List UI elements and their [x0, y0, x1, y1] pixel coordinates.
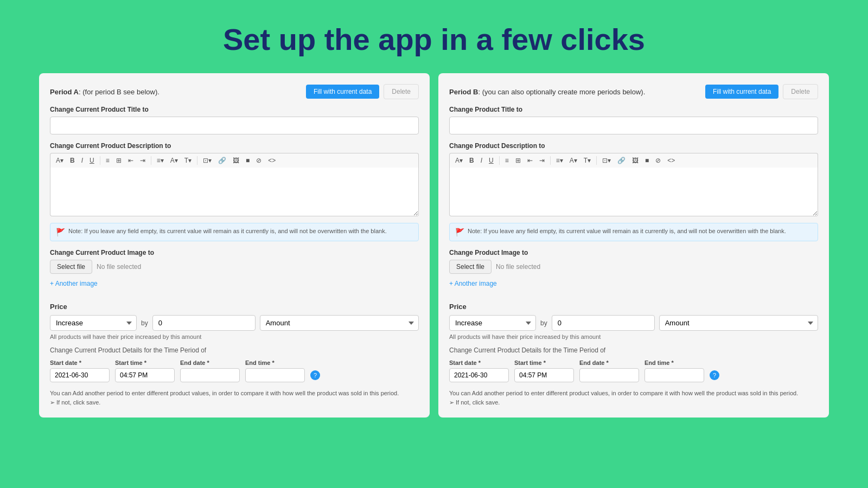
panel-b-price-section: Price Increase by Amount All products wi… — [449, 303, 818, 340]
panel-a-image-label: Change Current Product Image to — [50, 249, 419, 256]
tb-fontcolor-btn[interactable]: A▾ — [567, 156, 579, 165]
panel-a-delete-button[interactable]: Delete — [384, 84, 419, 99]
tb-ol-btn[interactable]: ⊞ — [513, 156, 523, 165]
panel-b-price-note: All products will have their price incre… — [449, 333, 818, 340]
tb-font-btn[interactable]: A▾ — [453, 156, 465, 165]
panel-b-desc-label: Change Product Description to — [449, 142, 818, 150]
toolbar-ul-btn[interactable]: ≡ — [104, 156, 112, 165]
panel-a-toolbar: A▾ B I U ≡ ⊞ ⇤ ⇥ ≡▾ A▾ T▾ ⊡▾ 🔗 🖼 ■ ⊘ <> — [50, 153, 419, 168]
panel-b-end-time-input[interactable] — [644, 368, 704, 382]
panel-a-header: Period A: (for period B see below). Fill… — [50, 84, 419, 99]
panel-a-start-date-input[interactable] — [50, 368, 110, 382]
panels-container: Period A: (for period B see below). Fill… — [0, 73, 868, 428]
panel-b-price-label: Price — [449, 303, 818, 311]
panel-a-end-time-field: End time * — [245, 359, 305, 382]
toolbar-ol-btn[interactable]: ⊞ — [114, 156, 124, 165]
toolbar-indent-btn[interactable]: ⇥ — [138, 156, 148, 165]
tb-align-btn[interactable]: ≡▾ — [554, 156, 565, 165]
panel-b-end-date-label: End date * — [579, 359, 639, 366]
panel-a-file-row: Select file No file selected — [50, 260, 419, 274]
tb-block-btn[interactable]: ■ — [643, 156, 651, 165]
panel-b-title-label: Change Product Title to — [449, 106, 818, 113]
toolbar-clear-btn[interactable]: ⊘ — [254, 156, 264, 165]
toolbar-fontcolor-btn[interactable]: A▾ — [168, 156, 180, 165]
panel-a-title-label: Change Current Product Title to — [50, 106, 419, 113]
panel-a-end-date-label: End date * — [180, 359, 240, 366]
panel-a-another-image-link[interactable]: + Another image — [50, 280, 98, 287]
toolbar-table-btn[interactable]: ⊡▾ — [201, 156, 214, 165]
panel-b-desc-textarea[interactable] — [449, 168, 818, 216]
toolbar-block-btn[interactable]: ■ — [244, 156, 252, 165]
panel-b-fill-button[interactable]: Fill with current data — [705, 85, 778, 99]
panel-a-start-date-label: Start date * — [50, 359, 110, 366]
toolbar-bold-btn[interactable]: B — [68, 156, 77, 165]
tb-italic-btn[interactable]: I — [478, 156, 484, 165]
panel-a-desc-label: Change Current Product Description to — [50, 142, 419, 150]
panel-b-date-row: Start date * Start time * End date * End… — [449, 359, 818, 382]
toolbar-underline-btn[interactable]: U — [87, 156, 97, 165]
tb-link-btn[interactable]: 🔗 — [615, 156, 628, 165]
panel-b-note: 🚩 Note: If you leave any field empty, it… — [449, 223, 818, 241]
panel-a-start-time-input[interactable] — [115, 368, 175, 382]
panel-b-select-file-btn[interactable]: Select file — [449, 260, 492, 274]
panel-a-increase-select[interactable]: Increase — [50, 315, 137, 331]
help-icon-b[interactable]: ? — [710, 370, 719, 380]
tb-code-btn[interactable]: <> — [665, 156, 677, 165]
tb-underline-btn[interactable]: U — [487, 156, 496, 165]
panel-b-start-time-input[interactable] — [514, 368, 574, 382]
panel-a-end-time-input[interactable] — [245, 368, 305, 382]
panel-b-end-date-field: End date * — [579, 359, 639, 382]
panel-a-amount-select[interactable]: Amount — [260, 315, 419, 331]
panel-a-end-date-input[interactable] — [180, 368, 240, 382]
panel-a-price-row: Increase by Amount — [50, 315, 419, 331]
panel-a-start-date-field: Start date * — [50, 359, 110, 382]
panel-b-buttons: Fill with current data Delete — [705, 84, 818, 99]
panel-b-end-time-label: End time * — [644, 359, 704, 366]
panel-a-no-file: No file selected — [97, 263, 141, 271]
panel-a-end-time-label: End time * — [245, 359, 305, 366]
toolbar-sep3 — [197, 156, 197, 165]
toolbar-italic-btn[interactable]: I — [79, 156, 85, 165]
page-title: Set up the app in a few clicks — [11, 22, 857, 57]
panel-b-title-input[interactable] — [449, 117, 818, 134]
tb-highlight-btn[interactable]: T▾ — [582, 156, 593, 165]
panel-b-start-date-input[interactable] — [449, 368, 509, 382]
panel-b-bottom-note: You can Add another period to enter diff… — [449, 389, 818, 407]
panel-b-start-date-field: Start date * — [449, 359, 509, 382]
panel-a-fill-button[interactable]: Fill with current data — [306, 85, 379, 99]
panel-b-time-label: Change Current Product Details for the T… — [449, 346, 818, 354]
toolbar-link-btn[interactable]: 🔗 — [216, 156, 228, 165]
panel-b-by-label: by — [540, 319, 547, 327]
panel-a-select-file-btn[interactable]: Select file — [50, 260, 92, 274]
tb-clear-btn[interactable]: ⊘ — [653, 156, 663, 165]
panel-a-price-section: Price Increase by Amount All products wi… — [50, 303, 419, 340]
panel-b-end-date-input[interactable] — [579, 368, 639, 382]
help-icon-a[interactable]: ? — [310, 370, 320, 380]
panel-b-delete-button[interactable]: Delete — [783, 84, 818, 99]
toolbar-sep2 — [151, 156, 151, 165]
panel-b-another-image-link[interactable]: + Another image — [449, 280, 497, 287]
page-header: Set up the app in a few clicks — [0, 0, 868, 73]
toolbar-code-btn[interactable]: <> — [266, 156, 278, 165]
tb-ul-btn[interactable]: ≡ — [503, 156, 511, 165]
panel-b-image-section: Change Product Image to Select file No f… — [449, 249, 818, 295]
toolbar-outdent-btn[interactable]: ⇤ — [126, 156, 136, 165]
toolbar-font-btn[interactable]: A▾ — [54, 156, 66, 165]
panel-a-title-input[interactable] — [50, 117, 419, 134]
toolbar-image-btn[interactable]: 🖼 — [231, 156, 241, 165]
toolbar-align-btn[interactable]: ≡▾ — [155, 156, 166, 165]
panel-b-price-input[interactable] — [552, 315, 655, 331]
panel-a-price-input[interactable] — [152, 315, 256, 331]
tb-outdent-btn[interactable]: ⇤ — [525, 156, 535, 165]
panel-b: Period B: (you can also optionally creat… — [438, 73, 829, 418]
tb-image-btn[interactable]: 🖼 — [630, 156, 641, 165]
panel-a: Period A: (for period B see below). Fill… — [39, 73, 430, 418]
tb-sep2 — [550, 156, 551, 165]
panel-b-increase-select[interactable]: Increase — [449, 315, 536, 331]
panel-b-amount-select[interactable]: Amount — [659, 315, 818, 331]
tb-table-btn[interactable]: ⊡▾ — [600, 156, 613, 165]
tb-bold-btn[interactable]: B — [467, 156, 476, 165]
panel-a-desc-textarea[interactable] — [50, 168, 419, 216]
tb-indent-btn[interactable]: ⇥ — [537, 156, 547, 165]
toolbar-highlight-btn[interactable]: T▾ — [182, 156, 194, 165]
